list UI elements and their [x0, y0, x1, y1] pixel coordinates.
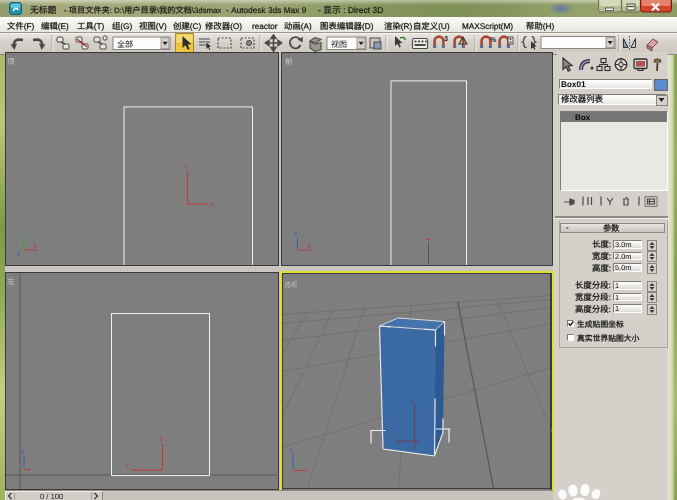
svg-text:Y: Y — [126, 463, 130, 469]
svg-text:Z: Z — [21, 449, 25, 455]
svg-text:Z: Z — [290, 447, 294, 453]
svg-text:X: X — [308, 243, 312, 249]
svg-text:Y: Y — [185, 164, 189, 170]
svg-text:Z: Z — [17, 251, 21, 257]
svg-text:X: X — [211, 202, 215, 208]
svg-text:Z: Z — [160, 436, 164, 442]
svg-text:Y: Y — [20, 229, 24, 235]
svg-text:X: X — [34, 243, 38, 249]
svg-text:3: 3 — [444, 35, 448, 42]
svg-text:Z: Z — [294, 231, 298, 237]
svg-text:%: % — [490, 36, 497, 43]
